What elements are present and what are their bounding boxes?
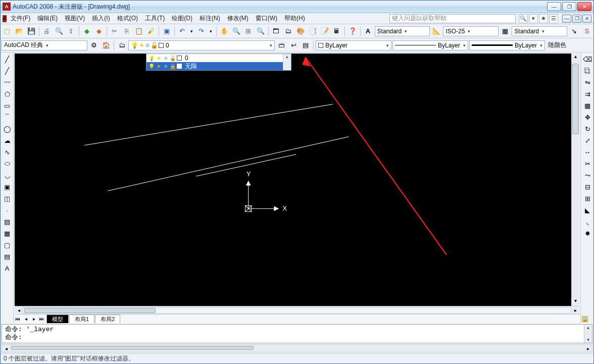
tab-first-icon[interactable]: ⏮ (14, 315, 22, 323)
undo-icon[interactable]: ↶ (177, 26, 188, 37)
layer-states-icon[interactable]: 🗃 (276, 40, 287, 51)
scroll-left-icon[interactable]: ◂ (2, 346, 10, 351)
copy2-icon[interactable]: ⿻ (582, 65, 593, 76)
markup-icon[interactable]: 📝 (319, 26, 330, 37)
scroll-down-icon[interactable]: ▾ (586, 337, 589, 343)
layer-manager-icon[interactable]: 🗂 (116, 40, 127, 51)
point-icon[interactable]: · (2, 204, 13, 216)
save-icon[interactable]: 💾 (26, 26, 37, 37)
doc-close-button[interactable]: ✕ (582, 15, 591, 23)
insertblock-icon[interactable]: ▣ (2, 181, 13, 192)
matchprop-icon[interactable]: 🖌 (145, 26, 157, 37)
tab-layout1[interactable]: 布局1 (69, 315, 94, 323)
explode-icon[interactable]: ✸ (582, 228, 593, 239)
menu-help[interactable]: 帮助(H) (281, 13, 308, 24)
sheetset-icon[interactable]: 📑 (307, 26, 318, 37)
color-combo[interactable]: ByLayer ▾ (316, 40, 391, 50)
publish-icon[interactable]: ⇪ (66, 26, 77, 37)
dimstyle-combo[interactable]: ISO-25 ▾ (443, 26, 499, 36)
polyline-icon[interactable]: 〰 (2, 77, 13, 88)
zoom-window-icon[interactable]: ⊞ (243, 26, 254, 37)
toolpalettes-icon[interactable]: 🎨 (295, 26, 306, 37)
layer-combo[interactable]: 💡 ☀ ❄ 🔓 0 ▾ (128, 40, 275, 50)
layer-option-wuxian[interactable]: 💡 ☀ ❄ 🔓 无限 (146, 62, 283, 70)
region-icon[interactable]: ▢ (2, 239, 13, 250)
paste-icon[interactable]: 📋 (133, 26, 144, 37)
menu-format[interactable]: 格式(O) (114, 13, 141, 24)
bycolor-button[interactable]: 随颜色 (546, 41, 568, 49)
maximize-button[interactable]: ❐ (562, 2, 576, 11)
dimstyle-icon[interactable]: 📐 (431, 26, 442, 37)
tab-last-icon[interactable]: ⏭ (38, 315, 46, 323)
menu-view[interactable]: 视图(V) (62, 13, 88, 24)
line-icon[interactable]: ╱ (2, 54, 13, 65)
blockeditor-icon[interactable]: ▣ (161, 26, 172, 37)
menu-window[interactable]: 窗口(W) (253, 13, 280, 24)
favorite-icon[interactable]: ★ (539, 14, 548, 23)
plot-preview-icon[interactable]: 🔍 (54, 26, 65, 37)
pan-icon[interactable]: ✋ (219, 26, 230, 37)
ellipsearc-icon[interactable]: ◡ (2, 170, 13, 181)
tab-prev-icon[interactable]: ◂ (22, 315, 30, 323)
scroll-right-icon[interactable]: ▸ (571, 307, 579, 313)
break-icon[interactable]: ⊟ (582, 181, 593, 192)
doc-maximize-button[interactable]: ❐ (572, 15, 581, 23)
3dwf-icon[interactable]: ◆ (81, 26, 92, 37)
spline-icon[interactable]: ∿ (2, 146, 13, 158)
textstyle-combo[interactable]: Standard ▾ (375, 26, 430, 36)
menu-modify[interactable]: 修改(M) (224, 13, 252, 24)
copy-icon[interactable]: ⎘ (121, 26, 132, 37)
quickcalc-icon[interactable]: 🖩 (331, 26, 342, 37)
canvas-vertical-scrollbar[interactable]: ▴ ▾ (571, 54, 579, 306)
designcenter-icon[interactable]: 🗂 (283, 26, 294, 37)
offset-icon[interactable]: ⇉ (582, 88, 593, 99)
tablestyle-icon[interactable]: ▦ (500, 26, 511, 37)
chamfer-icon[interactable]: ◣ (582, 204, 593, 216)
cut-icon[interactable]: ✂ (109, 26, 120, 37)
layer-dropdown-popup[interactable]: 💡 ☀ ❄ 🔓 0 💡 ☀ ❄ 🔓 无限 (146, 54, 291, 71)
menu-tools[interactable]: 工具(T) (142, 13, 168, 24)
hscroll-thumb[interactable] (24, 308, 156, 313)
lineweight-combo[interactable]: ByLayer ▾ (469, 40, 545, 50)
menu-edit[interactable]: 编辑(E) (34, 13, 61, 24)
makeblock-icon[interactable]: ◫ (2, 193, 13, 204)
move-icon[interactable]: ✥ (582, 112, 593, 123)
close-button[interactable]: ✕ (577, 2, 591, 11)
layer-option-0[interactable]: 💡 ☀ ❄ 🔓 0 (146, 54, 283, 62)
tab-next-icon[interactable]: ▸ (30, 315, 38, 323)
help-search-input[interactable]: 键入问题以获取帮助 (389, 14, 516, 23)
toolbar-lock-icon[interactable]: 🔒 (582, 316, 588, 322)
extend-icon[interactable]: ⤳ (582, 170, 593, 181)
vscroll-thumb[interactable] (572, 64, 579, 134)
circle-icon[interactable]: ◯ (2, 123, 13, 134)
mtext-icon[interactable]: A (2, 263, 13, 274)
scroll-right-icon[interactable]: ▸ (584, 346, 592, 351)
xline-icon[interactable]: ╱ (2, 65, 13, 76)
infocenter-dropdown-icon[interactable]: ▾ (529, 14, 538, 23)
undo-dropdown-icon[interactable]: ▾ (189, 26, 195, 37)
workspace-combo[interactable]: AutoCAD 经典 ▾ (2, 40, 87, 50)
multileader-icon[interactable]: ↘ (568, 26, 579, 37)
open-icon[interactable]: 📂 (14, 26, 25, 37)
dwf-icon[interactable]: ◆ (93, 26, 105, 37)
comm-center-icon[interactable]: ☰ (549, 14, 558, 23)
command-line[interactable]: 命令: '_layer 命令: ▴ ▾ (2, 324, 592, 343)
workspace-settings-icon[interactable]: ⚙ (88, 40, 100, 51)
ellipse-icon[interactable]: ⬭ (2, 158, 13, 169)
tab-model[interactable]: 模型 (46, 315, 69, 323)
arc-icon[interactable]: ⌒ (2, 112, 13, 123)
textstyle-icon[interactable]: A (363, 26, 374, 37)
new-icon[interactable]: ▢ (2, 26, 13, 37)
drawing-canvas[interactable]: X Y 💡 ☀ ❄ 🔓 0 💡 ☀ (15, 54, 579, 306)
cmd-hscroll-thumb[interactable] (11, 346, 254, 350)
redo-dropdown-icon[interactable]: ▾ (208, 26, 214, 37)
revcloud-icon[interactable]: ☁ (2, 135, 13, 146)
workspace-icon[interactable]: 🏠 (101, 40, 112, 51)
stretch-icon[interactable]: ↔ (582, 146, 593, 158)
menu-draw[interactable]: 绘图(D) (169, 13, 195, 24)
style-settings-icon[interactable]: S (581, 26, 592, 37)
scroll-up-icon[interactable]: ▴ (586, 325, 589, 331)
polygon-icon[interactable]: ⬠ (2, 88, 13, 99)
menu-dimension[interactable]: 标注(N) (196, 13, 223, 24)
mirror-icon[interactable]: ⇋ (582, 77, 593, 88)
